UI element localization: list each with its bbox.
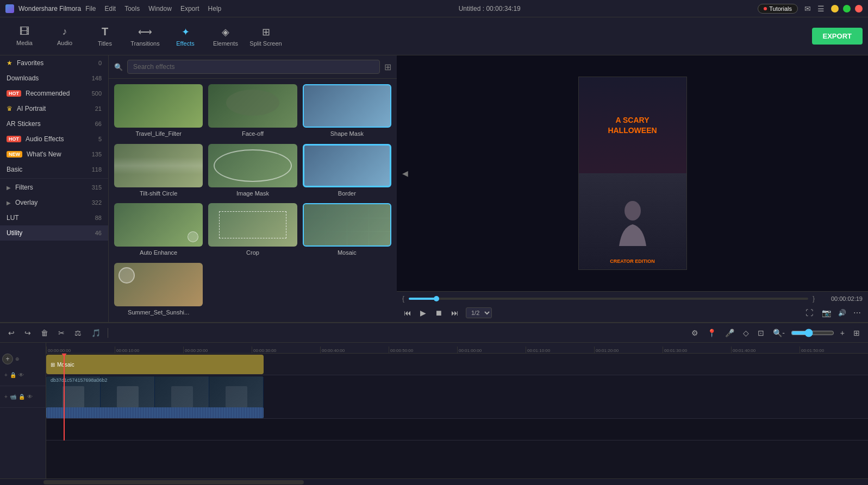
fullscreen-button[interactable]: ⛶: [804, 307, 815, 319]
panel-item-favorites[interactable]: ★ Favorites 0: [0, 55, 108, 71]
timeline-scrollbar[interactable]: [0, 478, 868, 485]
playhead[interactable]: [64, 354, 65, 440]
menu-export[interactable]: Export: [180, 5, 199, 12]
tool-effects[interactable]: ✦ Effects: [166, 20, 204, 53]
close-button[interactable]: [855, 5, 863, 12]
notifications-icon[interactable]: ✉: [804, 4, 811, 13]
progress-bar[interactable]: [409, 298, 808, 300]
panel-item-downloads[interactable]: Downloads 148: [0, 71, 108, 86]
effect-card-auto-enhance[interactable]: Auto Enhance: [114, 203, 203, 257]
track-video-add-icon[interactable]: +: [4, 394, 8, 400]
track-effect-add-icon[interactable]: +: [4, 372, 8, 378]
snapshot-tl-button[interactable]: 📍: [704, 327, 719, 338]
preview-subtitle: CREATOR EDITION: [610, 259, 655, 264]
effect-thumb-image-mask: [208, 144, 297, 187]
zoom-slider[interactable]: [791, 329, 834, 337]
skip-back-button[interactable]: ⏮: [402, 307, 413, 319]
menu-icon[interactable]: ☰: [817, 4, 825, 13]
voice-button[interactable]: 🎤: [722, 327, 737, 338]
hot-badge-audio: HOT: [7, 136, 21, 142]
timeline-tracks: 00:00:00:00 00:00:10:00 00:00:20:00 00:0…: [46, 343, 868, 478]
effect-card-border[interactable]: Border: [303, 144, 391, 198]
panel-label-ar-stickers: AR Stickers: [7, 120, 41, 128]
maximize-button[interactable]: [843, 5, 851, 12]
settings-button[interactable]: ⋯: [852, 307, 863, 319]
tutorials-button[interactable]: Tutorials: [758, 4, 798, 14]
export-button[interactable]: EXPORT: [812, 28, 863, 45]
effect-label-crop: Crop: [246, 249, 259, 256]
panel-item-utility[interactable]: Utility 46: [0, 225, 108, 241]
track-video-cam-icon: 📹: [10, 394, 16, 400]
collapse-panel-button[interactable]: ◀: [402, 169, 408, 178]
pip-button[interactable]: ⊡: [755, 327, 767, 338]
add-track-button[interactable]: +: [2, 354, 13, 364]
minimize-button[interactable]: [831, 5, 839, 12]
panel-item-ar-stickers[interactable]: AR Stickers 66: [0, 116, 108, 131]
effect-label-image-mask: Image Mask: [236, 190, 269, 197]
zoom-in-button[interactable]: +: [838, 327, 847, 338]
delete-button[interactable]: 🗑: [38, 327, 51, 338]
panel-count-basic: 118: [92, 166, 102, 173]
mosaic-clip[interactable]: ⊞ Mosaic: [46, 355, 264, 374]
tool-split-screen[interactable]: ⊞ Split Screen: [247, 20, 285, 53]
effect-card-tilt-shift[interactable]: Tilt-shift Circle: [114, 144, 203, 198]
menu-tools[interactable]: Tools: [124, 5, 140, 12]
search-input[interactable]: [127, 60, 380, 74]
effect-card-crop[interactable]: Crop: [208, 203, 297, 257]
panel-item-recommended[interactable]: HOT Recommended 500: [0, 86, 108, 101]
panel-item-whats-new[interactable]: NEW What's New 135: [0, 147, 108, 162]
progress-handle[interactable]: [434, 296, 439, 301]
keyframe-button[interactable]: ◇: [740, 327, 752, 338]
effect-card-image-mask[interactable]: Image Mask: [208, 144, 297, 198]
tool-audio[interactable]: ♪ Audio: [46, 20, 84, 53]
menu-file[interactable]: File: [85, 5, 96, 12]
track-video-lock-icon[interactable]: 🔒: [18, 394, 25, 400]
filters-arrow-icon: ▶: [7, 185, 11, 191]
scroll-thumb[interactable]: [43, 480, 304, 484]
mosaic-clip-icon: ⊞: [51, 362, 55, 368]
panel-divider: [0, 178, 108, 179]
panel-item-filters[interactable]: ▶ Filters 315: [0, 180, 108, 195]
effect-card-travel-life-filter[interactable]: Travel_Life_Filter: [114, 84, 203, 138]
grid-view-icon[interactable]: ⊞: [384, 62, 391, 72]
audio-icon: ♪: [63, 26, 67, 37]
menu-edit[interactable]: Edit: [105, 5, 116, 12]
cut-button[interactable]: ✂: [55, 327, 67, 338]
effects-panel: 🔍 ⊞ Travel_Life_Filter Face-off Sh: [109, 55, 397, 322]
effect-card-shape-mask[interactable]: Shape Mask: [303, 84, 391, 138]
speed-select[interactable]: 1/2 1/4 1: [466, 307, 492, 318]
menu-window[interactable]: Window: [148, 5, 172, 12]
effect-label-travel-life-filter: Travel_Life_Filter: [135, 130, 182, 137]
timeline-content: + ⊕ + 🔒 👁 + 📹 🔒 👁: [0, 343, 868, 478]
tool-titles[interactable]: T Titles: [86, 20, 124, 53]
panel-item-ai-portrait[interactable]: ♛ AI Portrait 21: [0, 101, 108, 116]
menu-help[interactable]: Help: [208, 5, 222, 12]
zoom-out-button[interactable]: 🔍-: [770, 327, 788, 338]
skip-forward-button[interactable]: ⏭: [449, 307, 460, 319]
mosaic-clip-label: ⊞ Mosaic: [46, 362, 74, 368]
fit-button[interactable]: ⊞: [851, 327, 863, 338]
track-video-eye-icon[interactable]: 👁: [27, 394, 33, 400]
panel-item-overlay[interactable]: ▶ Overlay 322: [0, 195, 108, 210]
redo-button[interactable]: ↪: [22, 327, 34, 338]
effect-card-mosaic[interactable]: Mosaic: [303, 203, 391, 257]
adjust-button[interactable]: ⚖: [72, 327, 84, 338]
effect-card-face-off[interactable]: Face-off: [208, 84, 297, 138]
play-button[interactable]: ▶: [419, 307, 428, 319]
effect-card-summer-set[interactable]: Summer_Set_Sunshi...: [114, 263, 203, 317]
undo-button[interactable]: ↩: [5, 327, 17, 338]
tool-transitions[interactable]: ⟷ Transitions: [126, 20, 164, 53]
tool-elements[interactable]: ◈ Elements: [207, 20, 245, 53]
track-effect-eye-icon[interactable]: 👁: [18, 372, 24, 378]
track-settings-button[interactable]: ⚙: [689, 327, 701, 338]
stop-button[interactable]: ⏹: [433, 307, 444, 319]
panel-item-lut[interactable]: LUT 88: [0, 210, 108, 225]
tool-media[interactable]: 🎞 Media: [5, 20, 43, 53]
timeline-toolbar: ↩ ↪ 🗑 ✂ ⚖ 🎵 ⚙ 📍 🎤 ◇ ⊡ 🔍- + ⊞: [0, 323, 868, 343]
panel-item-audio-effects[interactable]: HOT Audio Effects 5: [0, 131, 108, 147]
audio-trim-button[interactable]: 🎵: [89, 327, 103, 338]
snapshot-button[interactable]: 📷: [820, 307, 833, 319]
progress-bar-container: { } 00:00:02:19: [402, 295, 863, 303]
panel-item-basic[interactable]: Basic 118: [0, 162, 108, 177]
track-effect-lock-icon[interactable]: 🔒: [10, 372, 16, 378]
